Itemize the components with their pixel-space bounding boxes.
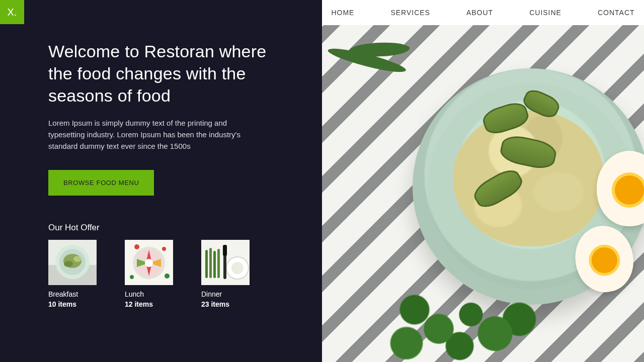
nav-link-home[interactable]: HOME xyxy=(331,9,354,17)
svg-rect-23 xyxy=(217,249,220,278)
food-plate-icon xyxy=(48,240,97,285)
offer-name: Dinner xyxy=(201,290,250,298)
parsley-graphic xyxy=(382,272,543,362)
offers-heading: Our Hot Offer xyxy=(48,223,286,233)
svg-point-9 xyxy=(162,247,166,251)
nav-link-services[interactable]: SERVICES xyxy=(390,9,430,17)
svg-point-17 xyxy=(231,262,244,274)
brand-logo[interactable]: X. xyxy=(0,0,24,24)
svg-point-10 xyxy=(130,275,134,279)
nav-link-about[interactable]: ABOUT xyxy=(466,9,493,17)
svg-rect-22 xyxy=(213,251,216,278)
offer-count: 10 items xyxy=(48,300,97,308)
offer-card-lunch[interactable]: Lunch 12 items xyxy=(125,240,173,308)
offer-count: 12 items xyxy=(125,300,173,308)
hero-subtext: Lorem Ipsum is simply dummy text of the … xyxy=(48,117,260,152)
offer-thumb xyxy=(201,240,250,285)
offer-thumb xyxy=(48,240,97,285)
brand-logo-text: X. xyxy=(8,7,17,18)
food-asparagus-icon xyxy=(201,240,250,285)
svg-point-5 xyxy=(64,261,73,267)
offer-count: 23 items xyxy=(201,300,250,308)
hero-left-panel: X. Welcome to Restoran where the food ch… xyxy=(0,0,322,362)
offer-thumb xyxy=(125,240,173,285)
svg-rect-19 xyxy=(223,245,227,256)
browse-menu-button[interactable]: BROWSE FOOD MENU xyxy=(48,170,154,196)
rice-graphic xyxy=(453,111,604,246)
offer-name: Breakfast xyxy=(48,290,97,298)
nav-link-contact[interactable]: CONTACT xyxy=(598,9,635,17)
nav-link-cuisine[interactable]: CUISINE xyxy=(529,9,561,17)
offer-card-dinner[interactable]: Dinner 23 items xyxy=(201,240,250,308)
hero-right-panel: HOME SERVICES ABOUT CUISINE CONTACT xyxy=(322,0,644,362)
top-nav: HOME SERVICES ABOUT CUISINE CONTACT xyxy=(322,0,644,25)
svg-point-6 xyxy=(73,256,82,262)
cta-label: BROWSE FOOD MENU xyxy=(63,179,139,187)
svg-point-11 xyxy=(165,274,170,279)
svg-point-14 xyxy=(145,259,153,267)
hero-image xyxy=(322,25,644,362)
svg-rect-20 xyxy=(205,250,208,278)
offers-row: Breakfast 10 items Lunch xyxy=(48,240,286,308)
hero-headline: Welcome to Restoran where the food chang… xyxy=(48,40,286,107)
offer-name: Lunch xyxy=(125,290,173,298)
svg-point-8 xyxy=(134,244,139,249)
svg-rect-21 xyxy=(209,248,212,278)
offer-card-breakfast[interactable]: Breakfast 10 items xyxy=(48,240,97,308)
food-pizza-icon xyxy=(125,240,173,285)
